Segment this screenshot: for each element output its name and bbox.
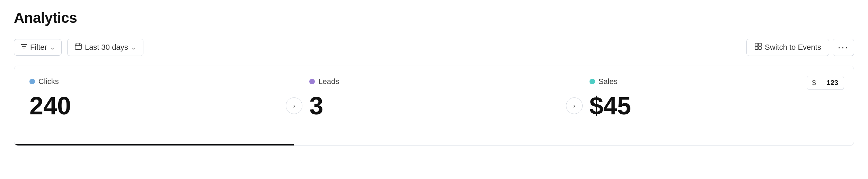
leads-value: 3	[309, 92, 558, 120]
switch-to-events-button[interactable]: Switch to Events	[746, 39, 829, 56]
leads-label: Leads	[318, 77, 339, 86]
svg-rect-3	[75, 44, 81, 49]
date-label: Last 30 days	[85, 43, 128, 52]
sales-extra-value: 123	[821, 76, 844, 90]
sales-value: $45	[590, 92, 839, 120]
clicks-underline	[14, 144, 294, 145]
metric-card-leads: Leads 3 ›	[294, 66, 574, 145]
sales-dot	[590, 79, 595, 84]
filter-label: Filter	[30, 43, 47, 52]
metric-card-sales: Sales $45 › $ 123	[574, 66, 854, 145]
sales-nav-arrow[interactable]: ›	[566, 97, 583, 114]
dollar-icon: $	[807, 76, 821, 90]
calendar-icon	[74, 43, 82, 52]
more-icon: ···	[838, 43, 849, 52]
leads-label-row: Leads	[309, 77, 558, 86]
filter-chevron-icon: ⌄	[50, 44, 55, 51]
clicks-dot	[29, 79, 35, 84]
metrics-container: Clicks 240 Leads 3 › Sales $45 › $ 123	[14, 66, 854, 146]
grid-icon	[754, 43, 762, 52]
clicks-label: Clicks	[38, 77, 59, 86]
toolbar-right: Switch to Events ···	[746, 39, 854, 56]
svg-rect-10	[759, 47, 761, 49]
svg-rect-7	[755, 43, 758, 46]
clicks-value: 240	[29, 92, 278, 120]
metric-card-clicks: Clicks 240	[14, 66, 294, 145]
date-chevron-icon: ⌄	[131, 44, 136, 51]
toolbar-left: Filter ⌄ Last 30 days ⌄	[14, 39, 143, 56]
sales-extra-badge: $ 123	[807, 76, 844, 90]
filter-icon	[20, 43, 27, 52]
switch-to-events-label: Switch to Events	[765, 43, 821, 52]
sales-label-row: Sales	[590, 77, 839, 86]
svg-rect-8	[759, 43, 761, 46]
page-title: Analytics	[14, 10, 854, 26]
more-options-button[interactable]: ···	[833, 39, 854, 56]
svg-rect-9	[755, 47, 758, 49]
leads-dot	[309, 79, 315, 84]
chevron-right-icon: ›	[293, 102, 295, 110]
filter-button[interactable]: Filter ⌄	[14, 39, 62, 56]
date-range-button[interactable]: Last 30 days ⌄	[67, 39, 143, 56]
clicks-label-row: Clicks	[29, 77, 278, 86]
toolbar: Filter ⌄ Last 30 days ⌄	[14, 39, 854, 56]
chevron-right-icon-2: ›	[573, 102, 575, 110]
sales-label: Sales	[599, 77, 618, 86]
leads-nav-arrow[interactable]: ›	[286, 97, 302, 114]
